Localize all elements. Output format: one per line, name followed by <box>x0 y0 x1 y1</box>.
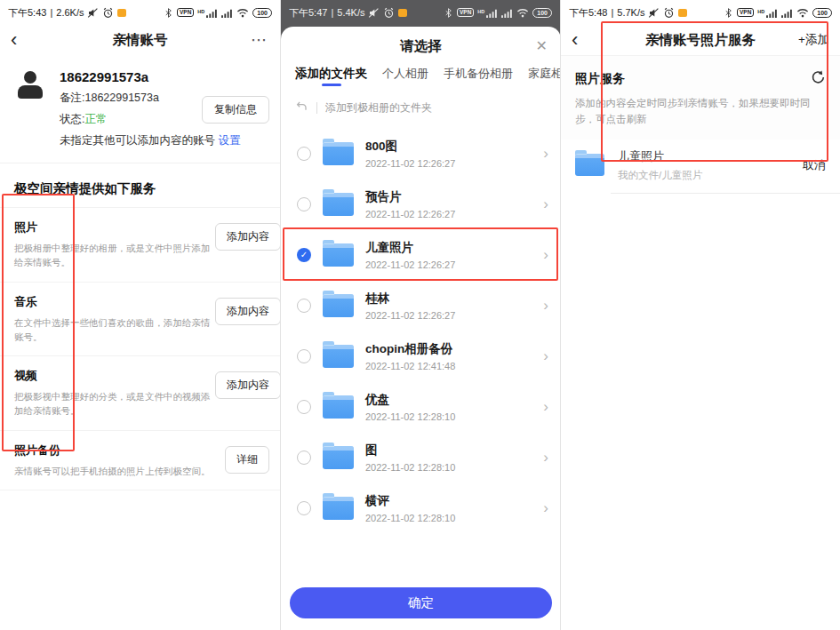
confirm-button[interactable]: 确定 <box>290 587 552 618</box>
folder-icon <box>323 345 354 368</box>
service-desc: 把极相册中整理好的相册，或是文件中照片添加给亲情账号。 <box>14 241 215 270</box>
folder-row[interactable]: 图 2022-11-02 12:28:10 › <box>281 432 560 482</box>
folder-name: 桂林 <box>365 291 455 307</box>
folder-radio[interactable] <box>297 299 311 313</box>
tab-item[interactable]: 添加的文件夹 <box>295 66 367 86</box>
battery-icon: 100 <box>532 8 552 18</box>
tab-item[interactable]: 家庭相册 <box>528 66 560 86</box>
service-action-button[interactable]: 详细 <box>225 446 269 474</box>
copy-info-button[interactable]: 复制信息 <box>202 96 269 124</box>
settings-link[interactable]: 设置 <box>218 134 240 147</box>
service-title: 照片 <box>14 219 215 235</box>
signal-bars-icon <box>766 8 778 18</box>
close-icon[interactable]: ✕ <box>536 37 548 54</box>
signal-bars-icon <box>501 8 513 18</box>
status-net-speed: 2.6K/s <box>56 7 84 18</box>
folder-radio[interactable] <box>297 248 311 262</box>
status-bar: 下午5:48 | 5.7K/s VPN HD 100 <box>561 0 840 25</box>
services-section-title: 极空间亲情提供如下服务 <box>0 163 280 207</box>
folder-date: 2022-11-02 12:26:27 <box>365 259 455 270</box>
folder-icon <box>575 154 604 176</box>
chevron-right-icon[interactable]: › <box>543 399 548 414</box>
status-net-speed: 5.4K/s <box>337 7 364 18</box>
folder-icon <box>323 395 354 419</box>
service-action-button[interactable]: 添加内容 <box>215 371 280 399</box>
notification-badge-icon <box>398 9 407 17</box>
three-screenshot-montage: 下午5:43 | 2.6K/s VPN HD 100 ‹ 亲情账号 ⋯ <box>0 0 840 630</box>
account-unassigned: 未指定其他可以添加内容的账号 设置 <box>60 133 240 148</box>
folder-icon <box>323 243 354 267</box>
path-row: 添加到极相册的文件夹 <box>281 93 560 124</box>
album-tabs: 添加的文件夹 个人相册 手机备份相册 家庭相册 宝宝 <box>281 66 560 93</box>
folder-radio[interactable] <box>297 400 311 414</box>
sheet-header: 请选择 ✕ <box>281 27 560 66</box>
chevron-right-icon[interactable]: › <box>543 450 548 465</box>
status-separator: | <box>611 7 613 18</box>
folder-name: 800图 <box>365 139 455 155</box>
mute-icon <box>648 7 660 19</box>
folder-name: 横评 <box>365 493 455 509</box>
status-net-speed: 5.7K/s <box>617 7 644 18</box>
folder-row[interactable]: 桂林 2022-11-02 12:26:27 › <box>281 280 560 331</box>
vpn-icon: VPN <box>457 8 474 17</box>
chevron-right-icon[interactable]: › <box>543 348 548 363</box>
vpn-icon: VPN <box>737 8 754 17</box>
folder-icon <box>323 142 354 165</box>
folder-radio[interactable] <box>297 501 311 515</box>
signal-bars-icon <box>486 8 498 18</box>
folder-date: 2022-11-02 12:26:27 <box>365 209 455 219</box>
chevron-right-icon[interactable]: › <box>543 196 548 211</box>
service-desc: 亲情账号可以把手机拍摄的照片上传到极空间。 <box>14 464 215 478</box>
alarm-icon <box>383 7 395 19</box>
screen-family-account: 下午5:43 | 2.6K/s VPN HD 100 ‹ 亲情账号 ⋯ <box>0 0 280 630</box>
folder-up-icon[interactable] <box>295 100 308 116</box>
folder-row[interactable]: 优盘 2022-11-02 12:28:10 › <box>281 381 560 432</box>
folder-row[interactable]: 800图 2022-11-02 12:26:27 › <box>281 128 560 179</box>
status-bar: 下午5:43 | 2.6K/s VPN HD 100 <box>0 0 280 25</box>
chevron-right-icon[interactable]: › <box>543 298 548 313</box>
divider <box>316 102 317 114</box>
service-desc: 把极影视中整理好的分类，或是文件中的视频添加给亲情账号。 <box>14 389 215 419</box>
folder-icon <box>323 193 354 216</box>
folder-date: 2022-11-02 12:41:48 <box>365 361 455 371</box>
add-button[interactable]: +添加 <box>798 32 829 48</box>
chevron-right-icon[interactable]: › <box>543 146 548 161</box>
more-icon[interactable]: ⋯ <box>251 25 268 55</box>
bluetooth-icon <box>724 7 733 19</box>
refresh-icon[interactable] <box>811 69 826 88</box>
folder-date: 2022-11-02 12:28:10 <box>365 462 455 473</box>
divider <box>0 490 280 490</box>
chevron-right-icon[interactable]: › <box>543 247 548 262</box>
folder-radio[interactable] <box>297 349 311 363</box>
bluetooth-icon <box>164 7 173 19</box>
back-icon[interactable]: ‹ <box>11 27 17 53</box>
folder-icon <box>323 497 354 520</box>
status-time: 下午5:48 <box>569 6 607 20</box>
account-card: 18622991573a 备注:18622991573a 状态:正常 未指定其他… <box>0 55 280 163</box>
folder-row[interactable]: 横评 2022-11-02 12:28:10 › <box>281 482 560 533</box>
folder-row[interactable]: chopin相册备份 2022-11-02 12:41:48 › <box>281 331 560 381</box>
mute-icon <box>368 7 380 19</box>
chevron-right-icon[interactable]: › <box>543 500 548 515</box>
folder-row[interactable]: 预告片 2022-11-02 12:26:27 › <box>281 179 560 229</box>
synced-folder-name: 儿童照片 <box>618 148 702 164</box>
status-separator: | <box>50 7 52 18</box>
wifi-icon <box>236 7 249 18</box>
back-icon[interactable]: ‹ <box>572 27 578 53</box>
notification-badge-icon <box>678 9 687 17</box>
service-action-button[interactable]: 添加内容 <box>215 298 280 325</box>
folder-name: 预告片 <box>365 189 455 205</box>
tab-item[interactable]: 手机备份相册 <box>444 66 513 86</box>
status-bar: 下午5:47 | 5.4K/s VPN HD 100 <box>281 0 560 25</box>
folder-radio[interactable] <box>297 197 311 211</box>
nav-bar: ‹ 亲情账号 ⋯ <box>0 25 280 55</box>
folder-radio[interactable] <box>297 147 311 161</box>
folder-row[interactable]: 儿童照片 2022-11-02 12:26:27 › <box>281 229 560 280</box>
folder-radio[interactable] <box>297 451 311 465</box>
battery-icon: 100 <box>252 8 272 18</box>
cancel-button[interactable]: 取消 <box>803 157 826 173</box>
battery-icon: 100 <box>812 8 832 18</box>
tab-item[interactable]: 个人相册 <box>382 66 428 86</box>
service-action-button[interactable]: 添加内容 <box>215 223 280 251</box>
vpn-icon: VPN <box>177 8 194 17</box>
